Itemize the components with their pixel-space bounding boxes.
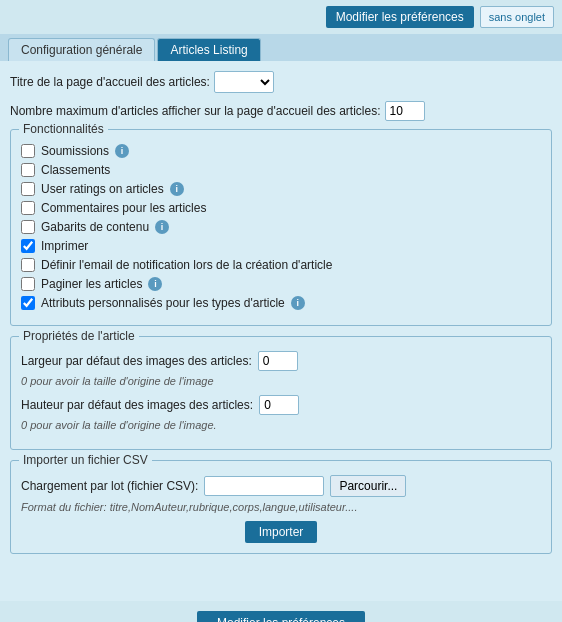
hauteur-row: Hauteur par défaut des images des articl… — [21, 395, 541, 415]
check-row: Classements — [21, 163, 541, 177]
info-icon-0[interactable]: i — [115, 144, 129, 158]
fonctionnalite-label-3: Commentaires pour les articles — [41, 201, 206, 215]
check-row: Attributs personnalisés pour les types d… — [21, 296, 541, 310]
fonctionnalite-checkbox-5[interactable] — [21, 239, 35, 253]
fonctionnalite-checkbox-3[interactable] — [21, 201, 35, 215]
fonctionnalite-label-2: User ratings on articles — [41, 182, 164, 196]
main-content: Titre de la page d'accueil des articles:… — [0, 61, 562, 601]
format-note: Format du fichier: titre,NomAuteur,rubri… — [21, 501, 541, 513]
check-row: User ratings on articlesi — [21, 182, 541, 196]
csv-row: Chargement par lot (fichier CSV): Parcou… — [21, 475, 541, 497]
proprietes-title: Propriétés de l'article — [19, 329, 139, 343]
proprietes-content: Largeur par défaut des images des articl… — [21, 351, 541, 431]
fonctionnalite-label-0: Soumissions — [41, 144, 109, 158]
info-icon-7[interactable]: i — [148, 277, 162, 291]
info-icon-2[interactable]: i — [170, 182, 184, 196]
check-row: Paginer les articlesi — [21, 277, 541, 291]
bottom-bar: Modifier les préférences — [0, 601, 562, 622]
fonctionnalite-checkbox-6[interactable] — [21, 258, 35, 272]
largeur-input[interactable] — [258, 351, 298, 371]
importer-csv-section: Importer un fichier CSV Chargement par l… — [10, 460, 552, 554]
fonctionnalites-content: SoumissionsiClassementsUser ratings on a… — [21, 144, 541, 310]
check-row: Gabarits de contenui — [21, 220, 541, 234]
fonctionnalite-label-7: Paginer les articles — [41, 277, 142, 291]
importer-csv-content: Chargement par lot (fichier CSV): Parcou… — [21, 475, 541, 543]
tab-configuration-generale[interactable]: Configuration générale — [8, 38, 155, 61]
fonctionnalite-checkbox-0[interactable] — [21, 144, 35, 158]
info-icon-8[interactable]: i — [291, 296, 305, 310]
info-icon-4[interactable]: i — [155, 220, 169, 234]
hauteur-label: Hauteur par défaut des images des articl… — [21, 398, 253, 412]
check-row: Commentaires pour les articles — [21, 201, 541, 215]
chargement-label: Chargement par lot (fichier CSV): — [21, 479, 198, 493]
tabs-bar: Configuration générale Articles Listing — [0, 34, 562, 61]
fonctionnalite-checkbox-1[interactable] — [21, 163, 35, 177]
check-row: Soumissionsi — [21, 144, 541, 158]
hauteur-note: 0 pour avoir la taille d'origine de l'im… — [21, 419, 541, 431]
modifier-preferences-top-button[interactable]: Modifier les préférences — [326, 6, 474, 28]
fonctionnalite-label-1: Classements — [41, 163, 110, 177]
modifier-preferences-bottom-button[interactable]: Modifier les préférences — [197, 611, 365, 622]
tab-articles-listing[interactable]: Articles Listing — [157, 38, 260, 61]
csv-file-input[interactable] — [204, 476, 324, 496]
fonctionnalite-label-8: Attributs personnalisés pour les types d… — [41, 296, 285, 310]
titre-label: Titre de la page d'accueil des articles: — [10, 75, 210, 89]
nombre-label: Nombre maximum d'articles afficher sur l… — [10, 104, 381, 118]
fonctionnalite-label-5: Imprimer — [41, 239, 88, 253]
titre-select[interactable] — [214, 71, 274, 93]
fonctionnalite-checkbox-2[interactable] — [21, 182, 35, 196]
parcourir-button[interactable]: Parcourir... — [330, 475, 406, 497]
fonctionnalite-checkbox-4[interactable] — [21, 220, 35, 234]
nombre-field-row: Nombre maximum d'articles afficher sur l… — [10, 101, 552, 121]
importer-csv-title: Importer un fichier CSV — [19, 453, 152, 467]
importer-button[interactable]: Importer — [245, 521, 318, 543]
fonctionnalite-label-4: Gabarits de contenu — [41, 220, 149, 234]
largeur-label: Largeur par défaut des images des articl… — [21, 354, 252, 368]
largeur-note: 0 pour avoir la taille d'origine de l'im… — [21, 375, 541, 387]
largeur-row: Largeur par défaut des images des articl… — [21, 351, 541, 371]
check-row: Définir l'email de notification lors de … — [21, 258, 541, 272]
proprietes-section: Propriétés de l'article Largeur par défa… — [10, 336, 552, 450]
fonctionnalite-checkbox-7[interactable] — [21, 277, 35, 291]
fonctionnalites-title: Fonctionnalités — [19, 122, 108, 136]
fonctionnalite-checkbox-8[interactable] — [21, 296, 35, 310]
fonctionnalite-label-6: Définir l'email de notification lors de … — [41, 258, 332, 272]
nombre-input[interactable] — [385, 101, 425, 121]
fonctionnalites-section: Fonctionnalités SoumissionsiClassementsU… — [10, 129, 552, 326]
sans-onglet-button[interactable]: sans onglet — [480, 6, 554, 28]
hauteur-input[interactable] — [259, 395, 299, 415]
titre-field-row: Titre de la page d'accueil des articles: — [10, 71, 552, 93]
check-row: Imprimer — [21, 239, 541, 253]
